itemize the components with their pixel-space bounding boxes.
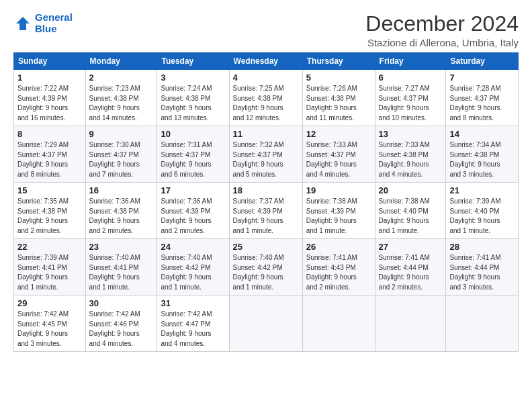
calendar-cell: 19Sunrise: 7:38 AMSunset: 4:39 PMDayligh… — [302, 183, 375, 239]
day-info: Sunrise: 7:33 AMSunset: 4:38 PMDaylight:… — [379, 140, 443, 179]
day-number: 22 — [17, 242, 82, 252]
day-info: Sunrise: 7:24 AMSunset: 4:38 PMDaylight:… — [161, 84, 225, 123]
calendar-cell: 3Sunrise: 7:24 AMSunset: 4:38 PMDaylight… — [157, 70, 229, 126]
day-info: Sunrise: 7:39 AMSunset: 4:40 PMDaylight:… — [449, 197, 515, 236]
calendar-week-row: 22Sunrise: 7:39 AMSunset: 4:41 PMDayligh… — [14, 239, 519, 295]
day-info: Sunrise: 7:42 AMSunset: 4:46 PMDaylight:… — [89, 310, 154, 349]
calendar-week-row: 29Sunrise: 7:42 AMSunset: 4:45 PMDayligh… — [14, 295, 519, 352]
col-wednesday: Wednesday — [229, 53, 302, 70]
day-info: Sunrise: 7:37 AMSunset: 4:39 PMDaylight:… — [233, 197, 299, 236]
logo-icon — [13, 14, 32, 33]
calendar-cell — [446, 295, 519, 352]
calendar-cell: 2Sunrise: 7:23 AMSunset: 4:38 PMDaylight… — [85, 70, 157, 126]
day-number: 3 — [161, 73, 225, 83]
calendar-cell: 25Sunrise: 7:40 AMSunset: 4:42 PMDayligh… — [229, 239, 302, 295]
calendar-cell: 11Sunrise: 7:32 AMSunset: 4:37 PMDayligh… — [229, 126, 302, 183]
calendar-cell — [229, 295, 302, 352]
calendar-cell: 5Sunrise: 7:26 AMSunset: 4:38 PMDaylight… — [302, 70, 375, 126]
title-block: December 2024 Stazione di Allerona, Umbr… — [365, 12, 519, 48]
day-number: 7 — [449, 73, 515, 83]
day-number: 12 — [306, 129, 371, 139]
calendar-cell: 27Sunrise: 7:41 AMSunset: 4:44 PMDayligh… — [375, 239, 446, 295]
col-friday: Friday — [375, 53, 446, 70]
day-info: Sunrise: 7:35 AMSunset: 4:38 PMDaylight:… — [17, 197, 82, 236]
day-info: Sunrise: 7:38 AMSunset: 4:39 PMDaylight:… — [306, 197, 371, 236]
calendar-cell: 28Sunrise: 7:41 AMSunset: 4:44 PMDayligh… — [446, 239, 519, 295]
day-number: 24 — [161, 242, 225, 252]
calendar-cell: 26Sunrise: 7:41 AMSunset: 4:43 PMDayligh… — [302, 239, 375, 295]
day-info: Sunrise: 7:39 AMSunset: 4:41 PMDaylight:… — [17, 253, 82, 292]
day-info: Sunrise: 7:40 AMSunset: 4:42 PMDaylight:… — [233, 253, 299, 292]
calendar-cell: 14Sunrise: 7:34 AMSunset: 4:38 PMDayligh… — [446, 126, 519, 183]
col-tuesday: Tuesday — [157, 53, 229, 70]
day-info: Sunrise: 7:26 AMSunset: 4:38 PMDaylight:… — [306, 84, 371, 123]
calendar-table: Sunday Monday Tuesday Wednesday Thursday… — [13, 52, 519, 352]
day-number: 18 — [233, 185, 299, 195]
calendar-week-row: 8Sunrise: 7:29 AMSunset: 4:37 PMDaylight… — [14, 126, 519, 183]
day-number: 25 — [233, 242, 299, 252]
day-number: 1 — [17, 73, 82, 83]
col-saturday: Saturday — [446, 53, 519, 70]
logo: General Blue — [13, 12, 73, 34]
day-number: 5 — [306, 73, 371, 83]
day-info: Sunrise: 7:30 AMSunset: 4:37 PMDaylight:… — [89, 140, 154, 179]
day-number: 6 — [379, 73, 443, 83]
calendar-cell: 10Sunrise: 7:31 AMSunset: 4:37 PMDayligh… — [157, 126, 229, 183]
page: General Blue December 2024 Stazione di A… — [0, 0, 532, 411]
day-info: Sunrise: 7:29 AMSunset: 4:37 PMDaylight:… — [17, 140, 82, 179]
subtitle: Stazione di Allerona, Umbria, Italy — [365, 37, 519, 48]
day-info: Sunrise: 7:31 AMSunset: 4:37 PMDaylight:… — [161, 140, 225, 179]
calendar-cell: 22Sunrise: 7:39 AMSunset: 4:41 PMDayligh… — [14, 239, 86, 295]
logo-line1: General — [35, 11, 73, 23]
calendar-cell: 18Sunrise: 7:37 AMSunset: 4:39 PMDayligh… — [229, 183, 302, 239]
day-number: 21 — [449, 185, 515, 195]
day-info: Sunrise: 7:38 AMSunset: 4:40 PMDaylight:… — [379, 197, 443, 236]
day-number: 26 — [306, 242, 371, 252]
day-info: Sunrise: 7:41 AMSunset: 4:44 PMDaylight:… — [449, 253, 515, 292]
calendar-week-row: 1Sunrise: 7:22 AMSunset: 4:39 PMDaylight… — [14, 70, 519, 126]
day-number: 31 — [161, 298, 225, 308]
day-number: 15 — [17, 185, 82, 195]
calendar-cell: 21Sunrise: 7:39 AMSunset: 4:40 PMDayligh… — [446, 183, 519, 239]
header: General Blue December 2024 Stazione di A… — [13, 12, 519, 48]
calendar-cell — [375, 295, 446, 352]
day-info: Sunrise: 7:42 AMSunset: 4:45 PMDaylight:… — [17, 310, 82, 349]
day-number: 8 — [17, 129, 82, 139]
calendar-week-row: 15Sunrise: 7:35 AMSunset: 4:38 PMDayligh… — [14, 183, 519, 239]
col-monday: Monday — [85, 53, 157, 70]
day-info: Sunrise: 7:41 AMSunset: 4:44 PMDaylight:… — [379, 253, 443, 292]
day-info: Sunrise: 7:36 AMSunset: 4:39 PMDaylight:… — [161, 197, 225, 236]
day-number: 9 — [89, 129, 154, 139]
calendar-cell: 16Sunrise: 7:36 AMSunset: 4:38 PMDayligh… — [85, 183, 157, 239]
day-info: Sunrise: 7:36 AMSunset: 4:38 PMDaylight:… — [89, 197, 154, 236]
col-sunday: Sunday — [14, 53, 86, 70]
day-number: 27 — [379, 242, 443, 252]
day-number: 14 — [449, 129, 515, 139]
calendar-cell: 15Sunrise: 7:35 AMSunset: 4:38 PMDayligh… — [14, 183, 86, 239]
calendar-cell: 7Sunrise: 7:28 AMSunset: 4:37 PMDaylight… — [446, 70, 519, 126]
calendar-cell — [302, 295, 375, 352]
calendar-cell: 12Sunrise: 7:33 AMSunset: 4:37 PMDayligh… — [302, 126, 375, 183]
calendar-cell: 4Sunrise: 7:25 AMSunset: 4:38 PMDaylight… — [229, 70, 302, 126]
day-number: 16 — [89, 185, 154, 195]
day-number: 13 — [379, 129, 443, 139]
calendar-cell: 13Sunrise: 7:33 AMSunset: 4:38 PMDayligh… — [375, 126, 446, 183]
day-info: Sunrise: 7:34 AMSunset: 4:38 PMDaylight:… — [449, 140, 515, 179]
day-number: 17 — [161, 185, 225, 195]
calendar-cell: 20Sunrise: 7:38 AMSunset: 4:40 PMDayligh… — [375, 183, 446, 239]
calendar-header-row: Sunday Monday Tuesday Wednesday Thursday… — [14, 53, 519, 70]
day-info: Sunrise: 7:25 AMSunset: 4:38 PMDaylight:… — [233, 84, 299, 123]
calendar-cell: 1Sunrise: 7:22 AMSunset: 4:39 PMDaylight… — [14, 70, 86, 126]
day-number: 2 — [89, 73, 154, 83]
day-info: Sunrise: 7:42 AMSunset: 4:47 PMDaylight:… — [161, 310, 225, 349]
day-info: Sunrise: 7:32 AMSunset: 4:37 PMDaylight:… — [233, 140, 299, 179]
day-number: 29 — [17, 298, 82, 308]
day-info: Sunrise: 7:27 AMSunset: 4:37 PMDaylight:… — [379, 84, 443, 123]
day-number: 19 — [306, 185, 371, 195]
calendar-cell: 17Sunrise: 7:36 AMSunset: 4:39 PMDayligh… — [157, 183, 229, 239]
calendar-cell: 8Sunrise: 7:29 AMSunset: 4:37 PMDaylight… — [14, 126, 86, 183]
day-info: Sunrise: 7:40 AMSunset: 4:41 PMDaylight:… — [89, 253, 154, 292]
day-number: 28 — [449, 242, 515, 252]
day-number: 23 — [89, 242, 154, 252]
calendar-cell: 23Sunrise: 7:40 AMSunset: 4:41 PMDayligh… — [85, 239, 157, 295]
